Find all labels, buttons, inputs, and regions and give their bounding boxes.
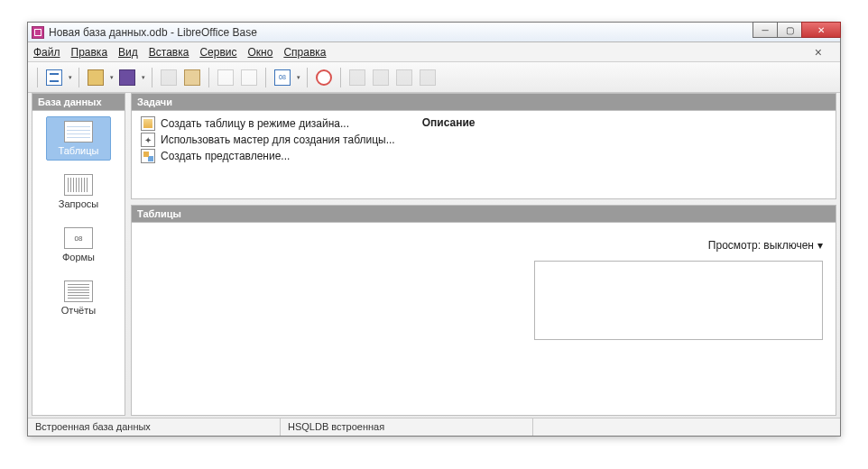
grey-icon: [373, 69, 389, 86]
sidebar-item-label: Запросы: [47, 198, 110, 209]
titlebar[interactable]: Новая база данных.odb - LibreOffice Base…: [28, 23, 840, 42]
status-right: [533, 418, 840, 436]
window-title: Новая база данных.odb - LibreOffice Base: [49, 26, 257, 39]
minimize-button[interactable]: ─: [753, 22, 778, 38]
status-mid: HSQLDB встроенная: [281, 418, 533, 436]
app-window: Новая база данных.odb - LibreOffice Base…: [27, 22, 841, 437]
task-label: Создать таблицу в режиме дизайна...: [161, 117, 349, 130]
task-view[interactable]: Создать представление...: [141, 149, 395, 163]
sort-desc-button[interactable]: [238, 67, 260, 88]
copy-button[interactable]: [158, 67, 180, 88]
menu-window[interactable]: Окно: [247, 46, 272, 59]
help-button[interactable]: [313, 67, 335, 88]
tasks-panel: Задачи Создать таблицу в режиме дизайна.…: [131, 93, 836, 199]
sort-desc-icon: [241, 69, 257, 86]
window-controls: ─ ▢ ✕: [753, 22, 841, 38]
queries-icon: [64, 174, 93, 196]
save-dropdown[interactable]: ▾: [140, 67, 146, 88]
menu-file[interactable]: Файл: [33, 46, 60, 59]
grey-icon: [396, 69, 412, 86]
wizard-icon: [141, 133, 155, 147]
new-doc-icon: [46, 69, 62, 86]
preview-toggle[interactable]: Просмотр: выключен ▾: [708, 239, 823, 252]
menubar: Файл Правка Вид Вставка Сервис Окно Спра…: [28, 42, 840, 62]
view-icon: [141, 149, 155, 163]
tasks-body: Создать таблицу в режиме дизайна...Испол…: [132, 111, 836, 198]
preview-box: [534, 261, 823, 340]
paste-icon: [184, 69, 200, 86]
sidebar-item-queries[interactable]: Запросы: [46, 170, 111, 214]
open-icon: [88, 69, 104, 86]
sidebar-items: ТаблицыЗапросыФормыОтчёты: [32, 111, 125, 415]
grey1-button[interactable]: [346, 67, 368, 88]
grey4-button[interactable]: [417, 67, 439, 88]
description-title: Описание: [422, 116, 826, 129]
task-design[interactable]: Создать таблицу в режиме дизайна...: [141, 116, 395, 131]
task-list: Создать таблицу в режиме дизайна...Испол…: [141, 116, 395, 193]
grey-icon: [349, 69, 365, 86]
database-sidebar: База данных ТаблицыЗапросыФормыОтчёты: [32, 93, 125, 416]
form-dropdown[interactable]: ▾: [295, 67, 301, 88]
chevron-down-icon: ▾: [817, 239, 823, 252]
new-button[interactable]: [43, 67, 65, 88]
sidebar-item-label: Отчёты: [47, 305, 110, 316]
tables-panel: Таблицы Просмотр: выключен ▾: [131, 205, 836, 416]
grey2-button[interactable]: [370, 67, 392, 88]
tables-icon: [64, 121, 93, 143]
form-button[interactable]: [272, 67, 293, 88]
grey-icon: [420, 69, 436, 86]
sort-asc-icon: [217, 69, 234, 86]
description-column: Описание: [422, 116, 826, 193]
open-dropdown[interactable]: ▾: [108, 67, 115, 88]
sort-asc-button[interactable]: [215, 67, 236, 88]
menu-tools[interactable]: Сервис: [199, 46, 236, 59]
sidebar-item-reports[interactable]: Отчёты: [46, 276, 111, 320]
app-icon: [32, 26, 44, 39]
menu-view[interactable]: Вид: [118, 46, 138, 59]
tables-header: Таблицы: [132, 206, 836, 223]
toolbar: ▾ ▾ ▾ ▾: [28, 62, 840, 93]
main-panel: Задачи Создать таблицу в режиме дизайна.…: [131, 93, 836, 416]
tasks-header: Задачи: [132, 94, 836, 111]
task-wizard[interactable]: Использовать мастер для создания таблицы…: [141, 133, 395, 147]
copy-icon: [161, 69, 177, 86]
paste-button[interactable]: [181, 67, 203, 88]
menu-help[interactable]: Справка: [283, 46, 326, 59]
save-button[interactable]: [116, 67, 138, 88]
statusbar: Встроенная база данных HSQLDB встроенная: [28, 418, 840, 436]
close-doc-icon[interactable]: ×: [815, 45, 822, 60]
save-icon: [119, 69, 135, 86]
task-label: Создать представление...: [161, 150, 290, 162]
menu-edit[interactable]: Правка: [71, 46, 108, 59]
maximize-button[interactable]: ▢: [777, 22, 802, 38]
grey3-button[interactable]: [393, 67, 415, 88]
sidebar-item-forms[interactable]: Формы: [46, 223, 111, 267]
form-icon: [274, 69, 291, 86]
sidebar-header: База данных: [32, 94, 125, 111]
status-left: Встроенная база данных: [28, 418, 281, 436]
help-icon: [316, 69, 332, 86]
sidebar-item-label: Таблицы: [47, 145, 110, 156]
new-dropdown[interactable]: ▾: [67, 67, 73, 88]
menu-insert[interactable]: Вставка: [149, 46, 189, 59]
design-icon: [141, 116, 155, 131]
open-button[interactable]: [85, 67, 106, 88]
content-area: База данных ТаблицыЗапросыФормыОтчёты За…: [32, 93, 836, 416]
forms-icon: [64, 227, 93, 249]
close-button[interactable]: ✕: [801, 22, 841, 38]
tables-body: Просмотр: выключен ▾: [132, 223, 836, 415]
task-label: Использовать мастер для создания таблицы…: [161, 133, 395, 146]
sidebar-item-tables[interactable]: Таблицы: [46, 116, 111, 161]
preview-label: Просмотр: выключен: [708, 239, 814, 252]
sidebar-item-label: Формы: [47, 252, 110, 262]
reports-icon: [64, 280, 93, 302]
